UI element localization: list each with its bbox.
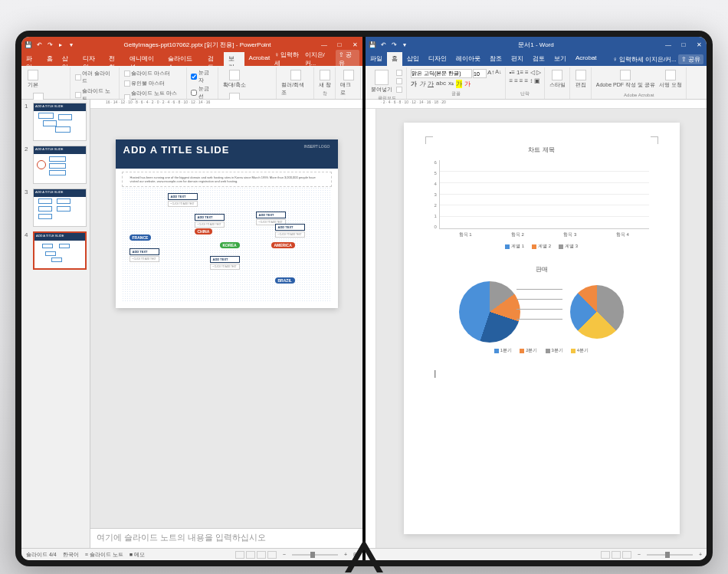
tab-design[interactable]: 디자인	[424, 52, 451, 66]
minimize-icon[interactable]: —	[664, 41, 673, 48]
undo-icon[interactable]: ↶	[35, 41, 43, 48]
create-pdf-button[interactable]: Adobe PDF 작성 및 공유	[595, 69, 656, 90]
font-size-input[interactable]	[473, 69, 487, 78]
multilevel-button[interactable]: ≡	[525, 69, 529, 76]
slide-logo-placeholder[interactable]: INSERT LOGO	[304, 144, 330, 149]
tab-mailings[interactable]: 편지	[507, 52, 528, 66]
bullets-button[interactable]: •≡	[510, 69, 515, 76]
line-spacing-button[interactable]: ↕	[530, 77, 533, 84]
ruler-checkbox[interactable]: 눈금자	[191, 69, 215, 84]
tab-review[interactable]: 검토	[528, 52, 549, 66]
comments-toggle[interactable]: ■ 메모	[130, 551, 145, 559]
increase-indent-button[interactable]: ▷	[536, 69, 541, 76]
zoom-slider[interactable]	[647, 554, 693, 556]
tell-me[interactable]: ♀ 입력하세	[613, 55, 644, 64]
tab-acrobat[interactable]: Acrobat	[244, 52, 275, 66]
handout-master-button[interactable]: 유인물 마스터	[123, 79, 166, 88]
styles-button[interactable]: 스타일	[549, 69, 566, 90]
tab-design[interactable]: 디자인	[78, 52, 104, 66]
slide-description[interactable]: Hosted has been running one of the bigge…	[122, 172, 332, 187]
save-icon[interactable]: 💾	[25, 41, 32, 48]
tab-animations[interactable]: 애니메이션	[125, 52, 162, 66]
callout-4[interactable]: ADD TEXT • CLICK TO ADD TEXT	[275, 224, 305, 238]
tab-insert[interactable]: 삽입	[57, 52, 78, 66]
cut-button[interactable]	[395, 69, 403, 77]
decrease-indent-button[interactable]: ◁	[530, 69, 535, 76]
slide-title[interactable]: ADD A TITLE SLIDE	[123, 144, 230, 156]
subscript-button[interactable]: x₂	[448, 80, 454, 88]
tab-home[interactable]: 홈	[42, 52, 57, 66]
bar-chart-object[interactable]: 차트 제목 6543210	[435, 146, 649, 250]
macros-button[interactable]: 매크로	[339, 69, 357, 97]
color-grayscale-button[interactable]: 컬러/회색조	[280, 69, 310, 97]
slideshow-view-icon[interactable]	[267, 551, 277, 559]
tab-references[interactable]: 참조	[485, 52, 507, 66]
zoom-button[interactable]: 확대/축소	[222, 69, 247, 90]
callout-2[interactable]: ADD TEXT • CLICK TO ADD TEXT	[195, 214, 225, 228]
numbering-button[interactable]: 1≡	[516, 69, 523, 76]
normal-view-button[interactable]: 기본	[26, 69, 40, 90]
minimize-icon[interactable]: —	[320, 41, 329, 48]
maximize-icon[interactable]: □	[335, 41, 344, 48]
italic-button[interactable]: 가	[419, 80, 425, 88]
thumbnail-3[interactable]: 3 ADD A TITLE SLIDE	[25, 189, 87, 227]
gridlines-checkbox[interactable]: 눈금선	[191, 85, 215, 100]
bold-button[interactable]: 가	[411, 80, 417, 88]
account[interactable]: 이지은/커...	[645, 55, 677, 64]
redo-icon[interactable]: ↷	[46, 41, 54, 48]
copy-button[interactable]	[395, 77, 403, 85]
qat-more-icon[interactable]: ▾	[401, 41, 408, 48]
current-slide[interactable]: ADD A TITLE SLIDE INSERT LOGO Hosted has…	[116, 139, 338, 308]
font-name-input[interactable]	[411, 69, 472, 78]
close-icon[interactable]: ✕	[350, 41, 359, 48]
tab-home[interactable]: 홈	[387, 52, 402, 66]
thumbnail-1[interactable]: 1 ADD A TITLE SLIDE	[25, 103, 87, 141]
editing-button[interactable]: 편집	[574, 69, 588, 90]
slide-sorter-button[interactable]: 여러 슬라이드	[74, 69, 116, 86]
start-slideshow-icon[interactable]: ▸	[57, 41, 64, 48]
thumbnail-4[interactable]: 4 ADD A TITLE SLIDE	[25, 231, 87, 270]
close-icon[interactable]: ✕	[694, 41, 703, 48]
slide-master-button[interactable]: 슬라이드 마스터	[123, 69, 171, 78]
underline-button[interactable]: 가	[428, 80, 434, 88]
reading-view-icon[interactable]	[257, 551, 266, 559]
pie-chart-object[interactable]: 판매 1분기 2분기	[435, 265, 649, 354]
qat-more-icon[interactable]: ▾	[67, 41, 75, 48]
tab-slideshow[interactable]: 슬라이드 쇼	[163, 52, 203, 66]
tab-layout[interactable]: 레이아웃	[451, 52, 485, 66]
paste-button[interactable]: 붙여넣기	[370, 69, 393, 94]
tab-acrobat[interactable]: Acrobat	[571, 52, 602, 66]
zoom-out-icon[interactable]: −	[283, 552, 286, 557]
font-color-button[interactable]: 가	[464, 80, 471, 88]
format-painter-button[interactable]	[395, 86, 403, 93]
web-layout-icon[interactable]	[622, 551, 631, 559]
strikethrough-button[interactable]: abc	[436, 80, 446, 88]
save-icon[interactable]: 💾	[369, 41, 376, 48]
shading-button[interactable]: ▣	[534, 77, 540, 84]
share-button[interactable]: ⇪ 공유	[678, 54, 703, 64]
read-mode-icon[interactable]	[601, 551, 610, 559]
account[interactable]: 이지은/커...	[305, 51, 334, 67]
grow-font-icon[interactable]: A↑	[487, 69, 494, 78]
notes-pane[interactable]: 여기에 슬라이드 노트의 내용을 입력하십시오	[90, 528, 362, 548]
callout-5[interactable]: ADD TEXT • CLICK TO ADD TEXT	[130, 248, 159, 262]
callout-1[interactable]: ADD TEXT • CLICK TO ADD TEXT	[168, 193, 198, 207]
notes-toggle[interactable]: ≡ 슬라이드 노트	[85, 551, 123, 559]
word-page[interactable]: 차트 제목 6543210	[404, 123, 680, 534]
undo-icon[interactable]: ↶	[379, 41, 387, 48]
text-highlight-button[interactable]: 가	[456, 80, 462, 88]
zoom-out-icon[interactable]: −	[638, 552, 641, 557]
callout-6[interactable]: ADD TEXT • CLICK TO ADD TEXT	[210, 256, 240, 270]
maximize-icon[interactable]: □	[679, 41, 688, 48]
tab-transitions[interactable]: 전환	[104, 52, 125, 66]
tab-view[interactable]: 보기	[224, 52, 244, 66]
print-layout-icon[interactable]	[612, 551, 621, 559]
canvas-scroll[interactable]: ADD A TITLE SLIDE INSERT LOGO Hosted has…	[90, 109, 362, 528]
language-indicator[interactable]: 한국어	[63, 551, 79, 559]
tab-file[interactable]: 파일	[366, 52, 387, 66]
justify-button[interactable]: ≡	[525, 77, 529, 84]
tab-file[interactable]: 파일	[21, 52, 42, 66]
sorter-view-icon[interactable]	[246, 551, 255, 559]
align-center-button[interactable]: ≡	[514, 77, 518, 84]
tab-review[interactable]: 검토	[203, 52, 224, 66]
